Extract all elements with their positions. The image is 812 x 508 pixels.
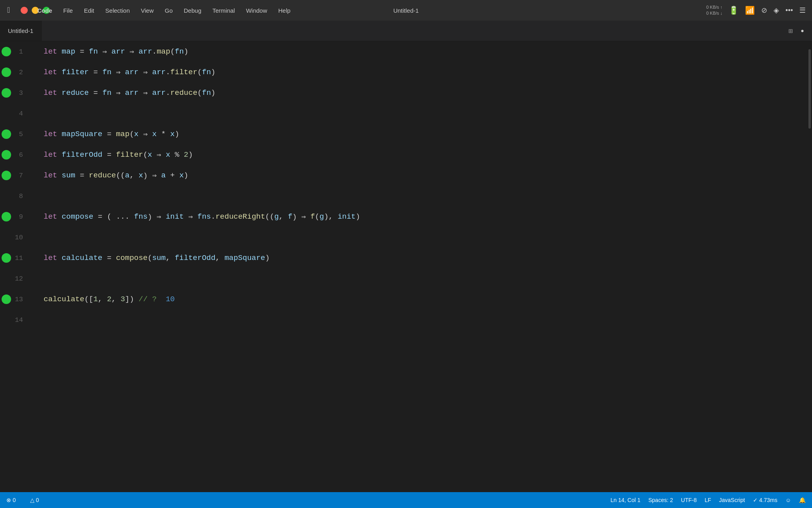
code-content[interactable]: let map = fn ⇒ arr ⇒ arr.map(fn)let filt…: [40, 41, 807, 492]
more-icon[interactable]: •••: [785, 6, 793, 15]
menu-window[interactable]: Window: [240, 0, 272, 21]
tab-label: Untitled-1: [8, 27, 33, 34]
code-token: ,: [279, 212, 288, 221]
code-token: sum: [152, 254, 166, 262]
menu-terminal[interactable]: Terminal: [207, 0, 241, 21]
code-token: ([: [84, 295, 94, 304]
statusbar-left: ⊗ 0 △ 0: [6, 497, 39, 503]
gutter-row: 14: [0, 310, 40, 330]
code-line: let mapSquare = map(x ⇒ x * x): [40, 124, 807, 144]
code-token: x: [147, 150, 152, 159]
code-token: (: [315, 212, 319, 221]
code-token: f: [310, 212, 315, 221]
list-icon[interactable]: ☰: [799, 6, 806, 15]
warning-count[interactable]: △ 0: [30, 497, 39, 503]
code-token: ): [211, 89, 215, 97]
code-token: fns: [197, 212, 211, 221]
avd-icon: ⊘: [761, 6, 767, 15]
active-tab[interactable]: Untitled-1: [0, 21, 42, 41]
code-token: ]): [125, 295, 138, 304]
code-token: =: [102, 130, 116, 139]
code-token: let: [44, 254, 62, 262]
error-count[interactable]: ⊗ 0: [6, 497, 16, 503]
code-token: let: [44, 68, 62, 77]
titlebar:  Code File Edit Selection View Go Debug…: [0, 0, 812, 21]
spaces-setting[interactable]: Spaces: 2: [648, 497, 673, 503]
code-token: ): [175, 130, 179, 139]
code-token: fn: [202, 89, 211, 97]
code-token: ⇒: [125, 47, 138, 56]
code-token: ): [211, 68, 215, 77]
line-number: 13: [11, 296, 31, 303]
code-token: *: [157, 130, 170, 139]
cursor-position[interactable]: Ln 14, Col 1: [611, 497, 641, 503]
menu-file[interactable]: File: [58, 0, 79, 21]
code-token: arr: [111, 47, 125, 56]
split-editor-icon[interactable]: ⊞: [789, 27, 793, 35]
code-token: (: [143, 150, 147, 159]
code-token: x: [179, 171, 184, 180]
code-line: [40, 227, 807, 248]
code-token: 3: [121, 295, 125, 304]
breakpoint-indicator[interactable]: [2, 171, 11, 180]
scrollbar-thumb[interactable]: [808, 49, 811, 129]
code-token: reduce: [170, 89, 197, 97]
line-number: 11: [11, 254, 31, 262]
encoding[interactable]: UTF-8: [681, 497, 697, 503]
code-token: g: [274, 212, 279, 221]
smiley-icon[interactable]: ☺: [785, 497, 791, 503]
notification-icon[interactable]: 🔔: [799, 497, 806, 503]
language-mode[interactable]: JavaScript: [719, 497, 745, 503]
breakpoint-indicator[interactable]: [2, 150, 11, 160]
code-line: let compose = ( ... fns) ⇒ init ⇒ fns.re…: [40, 206, 807, 227]
breakpoint-indicator[interactable]: [2, 129, 11, 139]
code-token: ,: [98, 295, 107, 304]
code-line: [40, 310, 807, 330]
gutter-row: 3: [0, 83, 40, 103]
tab-icons: ⊞ ●: [789, 27, 804, 35]
breakpoint-indicator[interactable]: [2, 294, 11, 304]
menu-help[interactable]: Help: [273, 0, 296, 21]
menu-go[interactable]: Go: [159, 0, 178, 21]
line-number: 1: [11, 48, 31, 56]
code-token: 2: [107, 295, 111, 304]
dot-icon[interactable]: ●: [801, 28, 804, 34]
code-token: 2: [184, 150, 188, 159]
wifi-icon: 📶: [745, 6, 755, 15]
menu-code[interactable]: Code: [32, 0, 58, 21]
gutter-row: 9: [0, 206, 40, 227]
code-token: ⇒: [138, 129, 152, 139]
menu-selection[interactable]: Selection: [100, 0, 136, 21]
code-token: ((: [116, 171, 125, 180]
line-ending[interactable]: LF: [705, 497, 711, 503]
menu-debug[interactable]: Debug: [178, 0, 207, 21]
close-button[interactable]: [21, 7, 28, 14]
code-token: %: [170, 150, 184, 159]
code-token: filter: [116, 150, 143, 159]
breakpoint-indicator[interactable]: [2, 212, 11, 221]
gutter-row: 13: [0, 289, 40, 310]
code-token: 1: [93, 295, 98, 304]
menu-edit[interactable]: Edit: [79, 0, 100, 21]
breakpoint-indicator[interactable]: [2, 47, 11, 56]
code-token: ⇒: [111, 88, 125, 98]
title-right-icons: 0 KB/s ↑ 0 KB/s ↓ 🔋 📶 ⊘ ◈ ••• ☰: [706, 4, 806, 17]
code-token: x: [152, 130, 157, 139]
code-token: let: [44, 171, 62, 180]
code-line: let calculate = compose(sum, filterOdd, …: [40, 248, 807, 268]
gutter-row: 11: [0, 248, 40, 268]
code-token: calculate: [62, 254, 103, 262]
code-token: ,: [130, 171, 139, 180]
menu-view[interactable]: View: [135, 0, 159, 21]
quokka-status[interactable]: ✓ 4.73ms: [753, 497, 778, 503]
code-token: a: [125, 171, 129, 180]
code-line: let reduce = fn ⇒ arr ⇒ arr.reduce(fn): [40, 83, 807, 103]
scrollbar[interactable]: [807, 41, 812, 492]
code-token: let: [44, 47, 62, 56]
breakpoint-indicator[interactable]: [2, 88, 11, 98]
code-token: let: [44, 89, 62, 97]
breakpoint-indicator[interactable]: [2, 253, 11, 263]
code-token: = ( ...: [93, 212, 134, 221]
code-token: ,: [215, 254, 224, 262]
breakpoint-indicator[interactable]: [2, 67, 11, 77]
